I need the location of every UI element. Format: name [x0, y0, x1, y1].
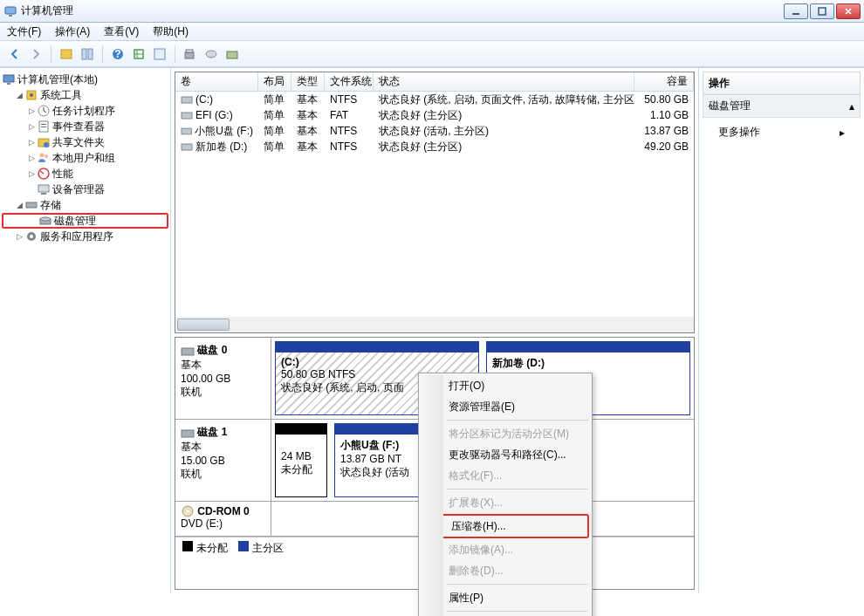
context-properties[interactable]: 属性(P) [421, 587, 590, 608]
volume-list: 卷 布局 类型 文件系统 状态 容量 (C:) 简单 基本 NTFS 状态良好 … [175, 72, 695, 333]
volume-list-header: 卷 布局 类型 文件系统 状态 容量 [175, 72, 694, 92]
tree-performance[interactable]: ▷性能 [2, 166, 168, 181]
maximize-button[interactable] [810, 3, 834, 19]
svg-rect-16 [7, 83, 10, 85]
svg-rect-21 [41, 124, 46, 125]
svg-rect-35 [182, 97, 192, 103]
col-volume[interactable]: 卷 [175, 72, 258, 91]
tree-task-scheduler[interactable]: ▷任务计划程序 [2, 103, 168, 119]
tree-shared-folders[interactable]: ▷共享文件夹 [2, 134, 168, 150]
tool-icon-6[interactable] [202, 44, 221, 64]
svg-rect-40 [182, 430, 194, 437]
context-add-mirror[interactable]: 添加镜像(A)... [421, 539, 590, 560]
menu-bar: 文件(F) 操作(A) 查看(V) 帮助(H) [0, 23, 864, 41]
svg-rect-2 [792, 13, 799, 15]
tree-panel: 计算机管理(本地) ◢系统工具 ▷任务计划程序 ▷事件查看器 ▷共享文件夹 ▷本… [0, 68, 171, 593]
disk-info[interactable]: CD-ROM 0 DVD (E:) [175, 502, 271, 536]
context-change-letter[interactable]: 更改驱动器号和路径(C)... [421, 444, 590, 465]
context-menu: 打开(O) 资源管理器(E) 将分区标记为活动分区(M) 更改驱动器号和路径(C… [418, 373, 593, 616]
svg-rect-3 [819, 8, 826, 15]
svg-point-26 [45, 154, 48, 158]
tool-icon-5[interactable] [181, 44, 200, 64]
svg-point-34 [30, 235, 33, 238]
tool-icon-3[interactable] [129, 44, 148, 64]
legend-unallocated-icon [182, 541, 193, 551]
tree-disk-management[interactable]: 磁盘管理 [2, 213, 168, 229]
volume-row[interactable]: EFI (G:) 简单 基本 FAT 状态良好 (主分区) 1.10 GB [175, 107, 694, 123]
drive-icon [181, 94, 193, 105]
disk-partition-f[interactable]: 小熊U盘 (F:)13.87 GB NT状态良好 (活动 [334, 423, 422, 497]
cdrom-icon [181, 505, 195, 517]
svg-rect-10 [154, 49, 165, 59]
svg-rect-5 [82, 49, 86, 59]
svg-rect-38 [182, 144, 192, 150]
back-button[interactable] [5, 44, 24, 64]
svg-point-13 [206, 51, 216, 58]
volume-row[interactable]: (C:) 简单 基本 NTFS 状态良好 (系统, 启动, 页面文件, 活动, … [175, 92, 694, 107]
context-delete[interactable]: 删除卷(D)... [421, 560, 590, 581]
actions-section[interactable]: 磁盘管理▴ [703, 95, 861, 118]
forward-button[interactable] [26, 44, 45, 64]
tree-storage[interactable]: ◢存储 [2, 197, 168, 213]
actions-more[interactable]: 更多操作▸ [703, 118, 861, 147]
svg-point-42 [187, 510, 189, 513]
minimize-button[interactable] [784, 3, 808, 19]
svg-point-25 [40, 154, 45, 158]
svg-rect-11 [185, 52, 194, 58]
tool-icon-7[interactable] [223, 44, 242, 64]
context-format[interactable]: 格式化(F)... [421, 465, 590, 486]
disk-info[interactable]: 磁盘 1 基本 15.00 GB 联机 [175, 420, 271, 501]
svg-rect-29 [41, 193, 46, 195]
svg-point-18 [30, 93, 33, 97]
svg-rect-36 [182, 113, 192, 119]
drive-icon [181, 110, 193, 120]
svg-rect-1 [9, 15, 12, 17]
col-status[interactable]: 状态 [374, 72, 634, 91]
actions-panel: 操作 磁盘管理▴ 更多操作▸ [698, 68, 864, 593]
window-title: 计算机管理 [21, 3, 782, 18]
menu-file[interactable]: 文件(F) [3, 23, 45, 41]
volume-row[interactable]: 新加卷 (D:) 简单 基本 NTFS 状态良好 (主分区) 49.20 GB [175, 139, 694, 154]
chevron-right-icon: ▸ [840, 127, 845, 139]
menu-help[interactable]: 帮助(H) [149, 23, 192, 41]
svg-point-32 [40, 217, 51, 221]
title-bar: 计算机管理 [0, 0, 864, 23]
tree-users-groups[interactable]: ▷本地用户和组 [2, 150, 168, 166]
context-extend[interactable]: 扩展卷(X)... [421, 492, 590, 513]
tree-system-tools[interactable]: ◢系统工具 [2, 87, 168, 103]
context-explorer[interactable]: 资源管理器(E) [421, 396, 590, 417]
tree-services[interactable]: ▷服务和应用程序 [2, 229, 168, 244]
collapse-icon: ▴ [849, 100, 854, 113]
help-icon[interactable]: ? [108, 44, 127, 64]
col-type[interactable]: 类型 [291, 72, 325, 91]
legend-primary-icon [238, 541, 249, 551]
disk-info[interactable]: 磁盘 0 基本 100.00 GB 联机 [175, 338, 271, 419]
context-open[interactable]: 打开(O) [421, 375, 590, 396]
svg-rect-14 [227, 51, 237, 58]
svg-rect-15 [3, 75, 14, 82]
tree-event-viewer[interactable]: ▷事件查看器 [2, 119, 168, 134]
context-shrink[interactable]: 压缩卷(H)... [423, 516, 587, 537]
tool-icon-1[interactable] [57, 44, 76, 64]
actions-header: 操作 [703, 72, 861, 95]
disk-partition-unallocated[interactable]: 24 MB未分配 [275, 423, 327, 497]
svg-text:?: ? [114, 48, 120, 60]
svg-rect-30 [26, 202, 37, 208]
volume-row[interactable]: 小熊U盘 (F:) 简单 基本 NTFS 状态良好 (活动, 主分区) 13.8… [175, 123, 694, 139]
horizontal-scrollbar[interactable] [175, 317, 694, 332]
col-filesystem[interactable]: 文件系统 [325, 72, 374, 91]
tool-icon-4[interactable] [150, 44, 169, 64]
app-icon [3, 4, 17, 18]
menu-action[interactable]: 操作(A) [51, 23, 93, 41]
svg-rect-37 [182, 128, 191, 134]
svg-rect-28 [38, 185, 49, 192]
menu-view[interactable]: 查看(V) [100, 23, 142, 41]
svg-point-24 [44, 142, 49, 147]
close-button[interactable] [836, 3, 861, 19]
tree-device-manager[interactable]: 设备管理器 [2, 181, 168, 197]
tool-icon-2[interactable] [78, 44, 97, 64]
tree-root[interactable]: 计算机管理(本地) [2, 72, 168, 87]
col-capacity[interactable]: 容量 [634, 72, 694, 91]
context-mark-active[interactable]: 将分区标记为活动分区(M) [421, 423, 590, 444]
col-layout[interactable]: 布局 [258, 72, 291, 91]
